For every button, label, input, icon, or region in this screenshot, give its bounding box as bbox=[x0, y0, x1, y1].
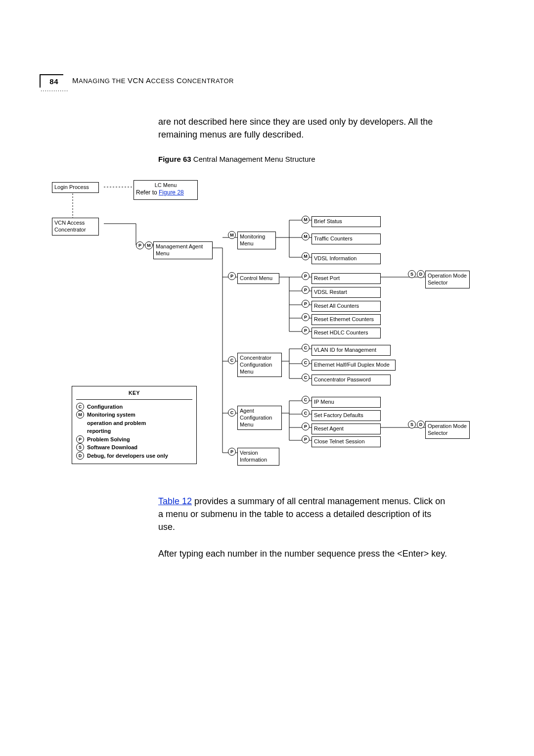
figure-link[interactable]: Figure 28 bbox=[159, 189, 184, 196]
tag-p9: P bbox=[302, 435, 310, 443]
mgmt-agent-menu-box: Management Agent Menu bbox=[153, 241, 213, 259]
tag-p7: P bbox=[302, 327, 310, 334]
tag-sd2: SD bbox=[408, 421, 425, 428]
tag-c1: C bbox=[228, 356, 236, 364]
vlan-id-box: VLAN ID for Management bbox=[312, 345, 391, 356]
tag-m4: M bbox=[302, 252, 310, 260]
reset-all-counters-box: Reset All Counters bbox=[312, 301, 381, 312]
legend-box: KEY CConfiguration MMonitoring system op… bbox=[72, 386, 197, 464]
tag-p3: P bbox=[302, 272, 310, 280]
agent-config-menu-box: Agent Configuration Menu bbox=[237, 406, 282, 430]
set-factory-defaults-box: Set Factory Defaults bbox=[312, 410, 381, 421]
reset-eth-counters-box: Reset Ethernet Counters bbox=[312, 314, 381, 325]
tag-p1: P bbox=[228, 272, 236, 280]
tag-p4: P bbox=[302, 286, 310, 294]
table-link[interactable]: Table 12 bbox=[158, 496, 192, 506]
tag-c5: C bbox=[302, 374, 310, 381]
lc-menu-box: LC Menu Refer to Figure 28 bbox=[134, 180, 198, 200]
eth-duplex-box: Ethernet Half/Full Duplex Mode bbox=[312, 360, 396, 371]
tag-c7: C bbox=[302, 409, 310, 417]
vcn-concentrator-box: VCN Access Concentrator bbox=[52, 218, 99, 236]
menu-structure-diagram: Login Process LC Menu Refer to Figure 28… bbox=[42, 178, 487, 480]
body-paragraph-1: are not described here since they are us… bbox=[158, 115, 450, 141]
monitoring-menu-box: Monitoring Menu bbox=[237, 232, 276, 249]
conc-password-box: Concentrator Password bbox=[312, 375, 391, 385]
ip-menu-box: IP Menu bbox=[312, 397, 381, 408]
op-mode-selector-2-box: Operation Mode Selector bbox=[425, 421, 470, 439]
body-paragraph-3: After typing each number in the number s… bbox=[158, 547, 450, 560]
brief-status-box: Brief Status bbox=[312, 216, 381, 227]
tag-c3: C bbox=[302, 344, 310, 352]
document-page: 84 MANAGING THE VCN ACCESS CONCENTRATOR … bbox=[0, 0, 534, 624]
version-info-box: Version Information bbox=[237, 448, 279, 466]
tag-p2: P bbox=[228, 448, 236, 456]
op-mode-selector-1-box: Operation Mode Selector bbox=[425, 271, 470, 288]
login-process-box: Login Process bbox=[52, 182, 99, 193]
figure-caption: Figure 63 Central Management Menu Struct… bbox=[158, 155, 490, 163]
reset-hdlc-counters-box: Reset HDLC Counters bbox=[312, 328, 381, 338]
conc-config-menu-box: Concentrator Configuration Menu bbox=[237, 353, 282, 377]
control-menu-box: Control Menu bbox=[237, 273, 279, 284]
tag-sd1: SD bbox=[408, 270, 425, 278]
tag-c4: C bbox=[302, 359, 310, 367]
vdsl-restart-box: VDSL Restart bbox=[312, 287, 381, 298]
reset-agent-box: Reset Agent bbox=[312, 424, 381, 434]
reset-port-box: Reset Port bbox=[312, 273, 381, 284]
tag-c2: C bbox=[228, 409, 236, 417]
traffic-counters-box: Traffic Counters bbox=[312, 234, 381, 244]
header-title: MANAGING THE VCN ACCESS CONCENTRATOR bbox=[72, 76, 234, 85]
close-telnet-box: Close Telnet Session bbox=[312, 436, 381, 447]
tag-pm: PM bbox=[136, 241, 153, 249]
decorative-dots-icon: ············· bbox=[41, 87, 68, 94]
page-number: 84 bbox=[40, 74, 63, 88]
tag-p8: P bbox=[302, 423, 310, 430]
tag-m3: M bbox=[302, 233, 310, 240]
tag-m1: M bbox=[228, 231, 236, 239]
body-paragraph-2: Table 12 provides a summary of all centr… bbox=[158, 495, 450, 533]
tag-m2: M bbox=[302, 216, 310, 224]
tag-p6: P bbox=[302, 313, 310, 321]
running-header: 84 MANAGING THE VCN ACCESS CONCENTRATOR … bbox=[40, 74, 490, 88]
tag-c6: C bbox=[302, 396, 310, 404]
vdsl-info-box: VDSL Information bbox=[312, 253, 381, 264]
tag-p5: P bbox=[302, 300, 310, 308]
